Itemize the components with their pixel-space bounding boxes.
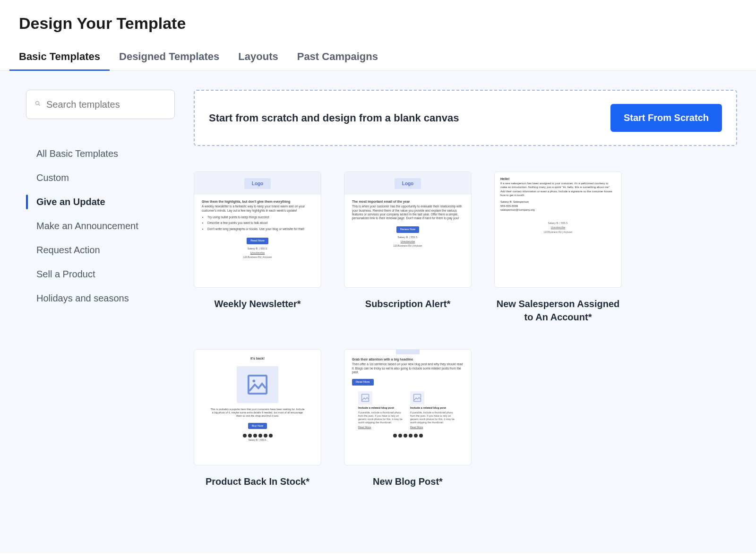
template-grid: Logo Give them the highlights, but don't… bbox=[194, 172, 737, 488]
sidebar-item-sell-product[interactable]: Sell a Product bbox=[26, 262, 175, 286]
preview-col-text: If possible, include a thumbnail photo f… bbox=[410, 411, 455, 424]
preview-button: Buy Now bbox=[248, 423, 267, 429]
preview-bullet: Describe a few points you want to talk a… bbox=[207, 221, 313, 225]
preview-bullet: Don't write long paragraphs or books. Us… bbox=[207, 227, 313, 231]
preview-sig-phone: 555-555-5555 bbox=[500, 204, 616, 208]
image-placeholder-icon bbox=[358, 391, 372, 404]
template-thumb: Hello! If a new salesperson has been ass… bbox=[494, 172, 622, 288]
preview-sub: This is probably a popular item that you… bbox=[202, 408, 313, 418]
start-from-scratch-button[interactable]: Start From Scratch bbox=[610, 104, 722, 132]
preview-heading: Hello! bbox=[500, 177, 616, 181]
preview-heading: It's back! bbox=[202, 356, 313, 361]
search-icon bbox=[35, 100, 41, 109]
template-title: New Salesperson Assigned to An Account* bbox=[494, 297, 622, 324]
image-placeholder-icon bbox=[410, 391, 424, 404]
preview-button: Renew Now bbox=[396, 226, 419, 233]
preview-sub: A weekly newsletter is a fantastic way t… bbox=[202, 205, 313, 213]
search-input[interactable] bbox=[46, 99, 166, 110]
preview-button: Read More bbox=[247, 238, 268, 244]
template-thumb: Logo The most important email of the yea… bbox=[344, 172, 472, 288]
logo-placeholder: Logo bbox=[395, 178, 421, 189]
preview-heading: Give them the highlights, but don't give… bbox=[202, 199, 313, 204]
start-from-scratch-banner: Start from scratch and design from a bla… bbox=[194, 90, 737, 146]
template-card-weekly-newsletter[interactable]: Logo Give them the highlights, but don't… bbox=[194, 172, 321, 324]
tabs: Basic Templates Designed Templates Layou… bbox=[0, 51, 756, 71]
preview-heading: Grab their attention with a big headline bbox=[352, 357, 464, 361]
preview-col-head: Include a related blog post bbox=[358, 406, 405, 410]
preview-sub: Then offer a 1st sentence based on your … bbox=[352, 362, 464, 374]
search-box[interactable] bbox=[26, 90, 175, 119]
template-title: Weekly Newsletter* bbox=[214, 297, 301, 310]
template-card-new-salesperson[interactable]: Hello! If a new salesperson has been ass… bbox=[494, 172, 622, 324]
tab-basic-templates[interactable]: Basic Templates bbox=[19, 51, 100, 70]
sidebar-item-request-action[interactable]: Request Action bbox=[26, 238, 175, 262]
svg-point-3 bbox=[252, 380, 255, 383]
preview-bullet: Try using bullet points to keep things s… bbox=[207, 215, 313, 219]
template-title: New Blog Post* bbox=[373, 475, 443, 488]
logo-placeholder: Logo bbox=[244, 178, 271, 189]
scratch-text: Start from scratch and design from a bla… bbox=[209, 112, 459, 124]
preview-body: If a new salesperson has been assigned t… bbox=[500, 181, 616, 197]
preview-sub: This is when your customer has the oppor… bbox=[352, 205, 464, 221]
main-area: Start from scratch and design from a bla… bbox=[194, 90, 737, 534]
template-thumb: Logo Give them the highlights, but don't… bbox=[194, 172, 321, 288]
sidebar: All Basic Templates Custom Give an Updat… bbox=[0, 90, 175, 534]
page-title: Design Your Template bbox=[0, 0, 756, 51]
svg-line-1 bbox=[39, 104, 40, 106]
tab-layouts[interactable]: Layouts bbox=[238, 51, 278, 70]
template-title: Product Back In Stock* bbox=[206, 475, 309, 488]
template-thumb: Grab their attention with a big headline… bbox=[344, 349, 472, 465]
preview-sig-name: Salesy B. Salesperson bbox=[500, 200, 616, 204]
preview-col-head: Include a related blog post bbox=[410, 406, 457, 410]
svg-point-0 bbox=[36, 102, 39, 105]
sidebar-item-make-announcement[interactable]: Make an Announcement bbox=[26, 214, 175, 238]
template-card-back-in-stock[interactable]: It's back! This is probably a popular it… bbox=[194, 349, 321, 488]
sidebar-item-give-update[interactable]: Give an Update bbox=[26, 190, 175, 214]
preview-col-text: If possible, include a thumbnail photo f… bbox=[358, 411, 403, 424]
template-card-new-blog-post[interactable]: Grab their attention with a big headline… bbox=[344, 349, 472, 488]
template-thumb: It's back! This is probably a popular it… bbox=[194, 349, 321, 465]
preview-col-link: Read More bbox=[410, 426, 457, 429]
image-placeholder-icon bbox=[237, 366, 278, 403]
tab-past-campaigns[interactable]: Past Campaigns bbox=[297, 51, 378, 70]
preview-sig-email: salesperson@company.org bbox=[500, 208, 616, 212]
sidebar-item-holidays[interactable]: Holidays and seasons bbox=[26, 286, 175, 310]
template-card-subscription-alert[interactable]: Logo The most important email of the yea… bbox=[344, 172, 472, 324]
preview-heading: The most important email of the year bbox=[352, 199, 464, 204]
sidebar-item-all-basic[interactable]: All Basic Templates bbox=[26, 142, 175, 166]
preview-button: Read More bbox=[352, 379, 374, 386]
preview-col-link: Read More bbox=[358, 426, 405, 429]
tab-designed-templates[interactable]: Designed Templates bbox=[119, 51, 219, 70]
sidebar-item-custom[interactable]: Custom bbox=[26, 166, 175, 190]
template-title: Subscription Alert* bbox=[365, 297, 450, 310]
